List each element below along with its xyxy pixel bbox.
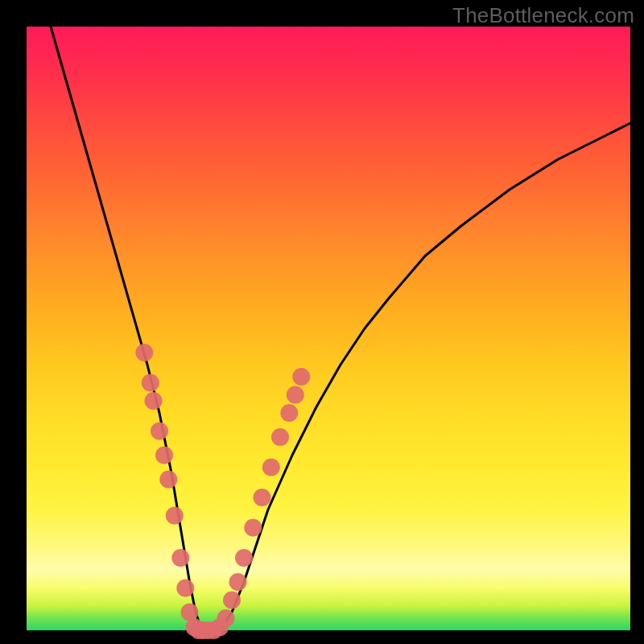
watermark-text: TheBottleneck.com [452, 3, 634, 28]
svg-point-8 [176, 580, 194, 597]
svg-point-7 [171, 549, 189, 567]
svg-point-22 [262, 459, 280, 477]
plot-area [27, 27, 630, 630]
svg-point-20 [244, 519, 262, 537]
curve-line [51, 27, 630, 630]
svg-point-19 [235, 549, 253, 567]
marker-dots [135, 344, 310, 639]
svg-point-0 [135, 344, 153, 361]
svg-point-17 [223, 592, 241, 609]
svg-point-21 [254, 489, 271, 506]
svg-point-23 [271, 428, 289, 446]
svg-point-4 [155, 447, 173, 464]
svg-point-24 [280, 404, 298, 422]
svg-point-6 [166, 507, 184, 525]
chart-svg [27, 27, 630, 630]
svg-point-25 [287, 386, 304, 404]
svg-point-26 [292, 368, 310, 386]
svg-point-3 [151, 423, 168, 440]
svg-point-16 [217, 609, 235, 627]
svg-point-1 [142, 374, 159, 392]
svg-point-9 [181, 604, 199, 621]
svg-point-18 [229, 573, 247, 591]
svg-point-5 [159, 471, 177, 489]
outer-frame: TheBottleneck.com [0, 0, 644, 644]
svg-point-2 [145, 392, 163, 410]
